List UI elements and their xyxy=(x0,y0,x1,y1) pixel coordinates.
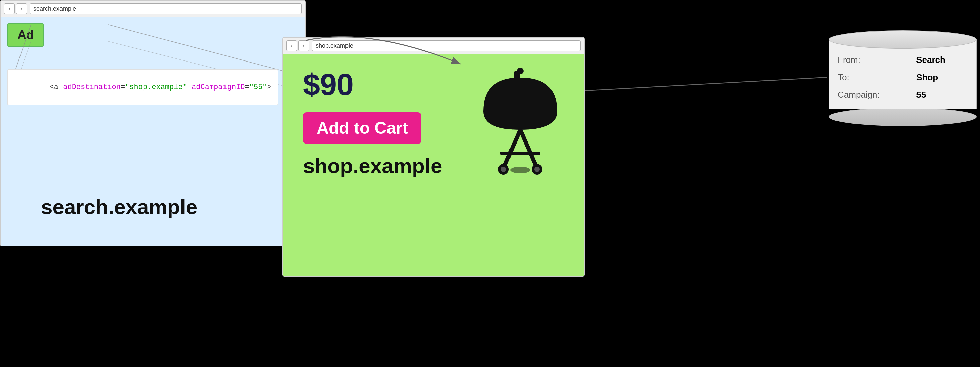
search-content-area: Ad <a adDestination="shop.example" adCam… xyxy=(1,17,305,246)
code-eq1: = xyxy=(121,83,125,91)
svg-point-14 xyxy=(510,167,530,173)
db-row-campaign-label: Campaign: xyxy=(835,86,913,104)
shop-domain-label: shop.example xyxy=(303,154,442,178)
svg-point-13 xyxy=(535,167,540,172)
svg-line-1 xyxy=(108,25,293,74)
svg-point-11 xyxy=(501,167,506,172)
db-row-from-label: From: xyxy=(835,51,913,69)
svg-line-8 xyxy=(520,130,537,168)
shop-nav-group: ‹ › xyxy=(286,40,309,51)
code-space xyxy=(187,83,192,91)
db-table-body: From: Search To: Shop Campaign: 55 xyxy=(829,39,977,109)
search-browser-window: ‹ › search.example Ad <a adDestina xyxy=(0,0,306,246)
shop-browser-toolbar: ‹ › shop.example xyxy=(283,38,584,54)
search-browser-toolbar: ‹ › search.example xyxy=(1,1,305,17)
db-top-ellipse xyxy=(829,30,977,49)
db-row-to-value: Shop xyxy=(913,69,970,86)
database-container: From: Search To: Shop Campaign: 55 xyxy=(829,30,977,126)
code-eq2: = xyxy=(245,83,249,91)
code-attr2-value: "55" xyxy=(249,83,267,91)
search-nav-group: ‹ › xyxy=(4,3,27,14)
search-url-bar[interactable]: search.example xyxy=(30,3,302,14)
db-row-campaign-value: 55 xyxy=(913,86,970,104)
ad-box: Ad xyxy=(7,23,44,47)
code-close: > xyxy=(267,83,272,91)
code-open: <a xyxy=(50,83,63,91)
code-attr1-name: adDestination xyxy=(63,83,121,91)
svg-point-6 xyxy=(517,68,523,74)
search-domain-label: search.example xyxy=(41,195,197,219)
grill-icon xyxy=(477,68,564,176)
shop-price: $90 xyxy=(303,68,353,102)
search-back-button[interactable]: ‹ xyxy=(4,3,15,14)
code-snippet-box: <a adDestination="shop.example" adCampai… xyxy=(7,69,278,105)
code-attr1-value: "shop.example" xyxy=(125,83,187,91)
svg-line-16 xyxy=(585,77,827,91)
shop-forward-button[interactable]: › xyxy=(298,40,309,51)
svg-line-7 xyxy=(503,130,520,168)
db-row-from-value: Search xyxy=(913,51,970,69)
shop-url-text: shop.example xyxy=(316,42,353,49)
shop-content-area: $90 Add to Cart shop.example xyxy=(283,54,584,276)
add-to-cart-button[interactable]: Add to Cart xyxy=(303,112,422,144)
db-bottom-ellipse xyxy=(829,108,977,126)
shop-browser-window: ‹ › shop.example $90 Add to Cart shop.ex… xyxy=(282,37,585,276)
shop-back-button[interactable]: ‹ xyxy=(286,40,297,51)
scene: ‹ › search.example Ad <a adDestina xyxy=(0,0,980,367)
shop-url-bar[interactable]: shop.example xyxy=(312,40,581,51)
db-row-to-label: To: xyxy=(835,69,913,86)
code-attr2-name: adCampaignID xyxy=(192,83,245,91)
ad-label: Ad xyxy=(18,28,33,42)
db-info-table: From: Search To: Shop Campaign: 55 xyxy=(835,51,970,103)
table-row: To: Shop xyxy=(835,69,970,86)
search-url-text: search.example xyxy=(33,5,76,13)
search-forward-button[interactable]: › xyxy=(16,3,27,14)
table-row: Campaign: 55 xyxy=(835,86,970,104)
table-row: From: Search xyxy=(835,51,970,69)
